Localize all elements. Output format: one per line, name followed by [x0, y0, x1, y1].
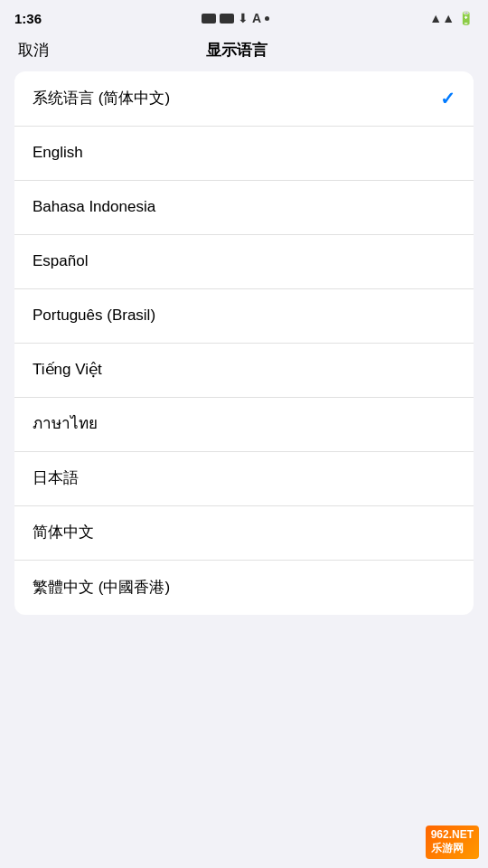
- list-item[interactable]: Español: [14, 235, 474, 289]
- text-a-icon: A: [252, 11, 261, 25]
- list-item[interactable]: 繁體中文 (中國香港): [14, 561, 474, 615]
- language-label: 繁體中文 (中國香港): [33, 578, 170, 598]
- status-time: 1:36: [14, 11, 42, 26]
- icon-rect1: [202, 14, 216, 24]
- language-label: Bahasa Indonesia: [33, 197, 155, 217]
- status-right-icons: ▲▲ 🔋: [429, 11, 474, 25]
- download-icon: ⬇: [238, 11, 249, 25]
- time-display: 1:36: [14, 11, 42, 26]
- list-item[interactable]: ภาษาไทย: [14, 398, 474, 452]
- dot-icon: [265, 16, 269, 21]
- list-item[interactable]: English: [14, 127, 474, 181]
- list-item[interactable]: 日本語: [14, 452, 474, 506]
- cancel-button[interactable]: 取消: [18, 40, 49, 61]
- checkmark-icon: ✓: [440, 88, 455, 109]
- language-label: 系统语言 (简体中文): [33, 89, 170, 108]
- language-label: Español: [33, 251, 88, 271]
- nav-bar: 取消 显示语言: [0, 33, 488, 71]
- language-label: ภาษาไทย: [33, 414, 98, 434]
- battery-icon: 🔋: [458, 11, 474, 25]
- language-label: Tiếng Việt: [33, 360, 102, 380]
- language-list: 系统语言 (简体中文)✓EnglishBahasa IndonesiaEspañ…: [14, 71, 474, 615]
- status-left-icons: ⬇ A: [202, 11, 269, 25]
- list-item[interactable]: 简体中文: [14, 506, 474, 561]
- list-item[interactable]: Bahasa Indonesia: [14, 181, 474, 235]
- language-label: 简体中文: [33, 523, 94, 542]
- language-label: 日本語: [33, 468, 79, 488]
- icon-rect2: [220, 14, 234, 24]
- list-item[interactable]: Tiếng Việt: [14, 344, 474, 398]
- page-title: 显示语言: [206, 40, 267, 61]
- wifi-icon: ▲▲: [429, 11, 455, 25]
- list-item[interactable]: 系统语言 (简体中文)✓: [14, 71, 474, 127]
- language-label: English: [33, 143, 83, 163]
- language-label: Português (Brasil): [33, 306, 155, 326]
- list-item[interactable]: Português (Brasil): [14, 289, 474, 344]
- watermark: 962.NET 乐游网: [426, 826, 479, 859]
- status-bar: 1:36 ⬇ A ▲▲ 🔋: [0, 0, 488, 33]
